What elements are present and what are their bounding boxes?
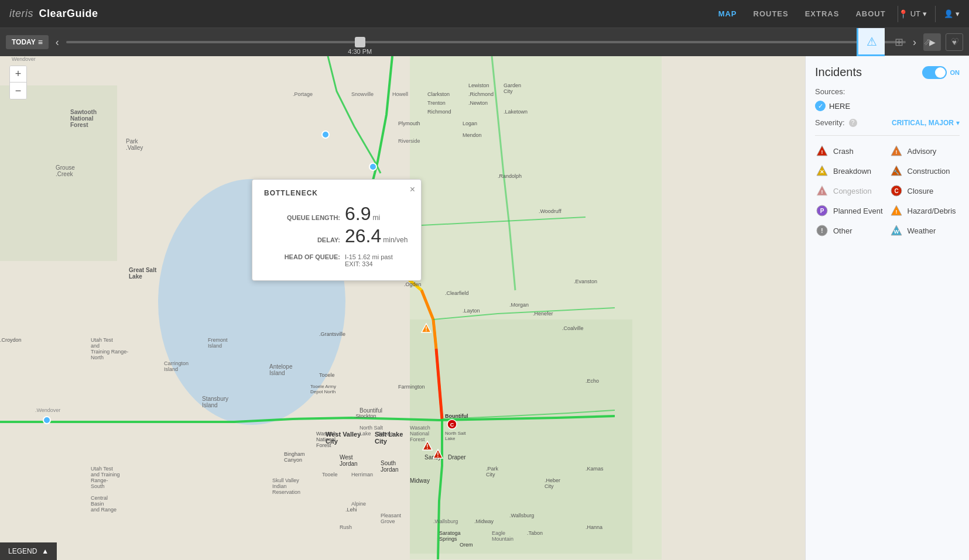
map-label-portage: .Portage bbox=[293, 91, 313, 97]
map-label-skull-valley: Skull ValleyIndianReservation bbox=[272, 477, 300, 495]
incident-marker-construction[interactable]: ! bbox=[420, 322, 432, 336]
legend-bar[interactable]: LEGEND ▲ bbox=[0, 542, 57, 560]
map-label-hanna: .Hanna bbox=[585, 524, 602, 530]
map-label-kamas: .Kamas bbox=[585, 466, 604, 472]
map-label-bountiful2: Bountiful bbox=[445, 413, 468, 419]
map-label-grantsville: .Grantsville bbox=[319, 331, 345, 337]
map-label-saratoga: SaratogaSprings bbox=[439, 530, 461, 542]
nav-routes[interactable]: ROUTES bbox=[754, 9, 789, 18]
map-label-tooele-army: Tooele ArmyDepot North bbox=[310, 384, 336, 394]
route-waypoint-1[interactable] bbox=[321, 130, 330, 139]
svg-text:W: W bbox=[893, 229, 899, 235]
panel-header: Incidents ON bbox=[815, 66, 960, 79]
svg-text:P: P bbox=[820, 208, 824, 214]
incident-congestion[interactable]: ! Congestion bbox=[815, 184, 886, 198]
here-name: HERE bbox=[829, 102, 850, 111]
severity-value[interactable]: CRITICAL, MAJOR bbox=[892, 119, 954, 127]
zoom-in-button[interactable]: + bbox=[10, 66, 26, 83]
map-label-pleasant-grove: PleasantGrove bbox=[381, 513, 401, 524]
tab-incidents[interactable]: ⚠ bbox=[857, 28, 885, 56]
incident-other[interactable]: ! Other bbox=[815, 224, 886, 238]
map-area[interactable]: SawtoothNationalForest Park.Valley Grous… bbox=[0, 56, 805, 560]
svg-text:C: C bbox=[450, 422, 454, 428]
warning-icon: ⚠ bbox=[867, 35, 877, 49]
map-label-howell: Howell bbox=[392, 91, 408, 97]
user-menu[interactable]: 👤 ▾ bbox=[944, 9, 960, 18]
timeline-slider-wrap: 4:30 PM bbox=[66, 36, 906, 48]
incident-weather[interactable]: W Weather bbox=[889, 224, 960, 238]
map-label-ogden: .Ogden bbox=[404, 281, 422, 287]
map-label-tabon: .Tabon bbox=[527, 530, 543, 536]
today-button[interactable]: TODAY ≡ bbox=[6, 35, 49, 49]
incident-breakdown[interactable]: ✕ Breakdown bbox=[815, 164, 886, 178]
route-waypoint-2[interactable] bbox=[369, 163, 377, 171]
map-label-wallsburg2: .Wallsburg bbox=[509, 513, 534, 518]
map-label-rush: Rush bbox=[340, 524, 352, 530]
map-label-wasatch-south: WasatchNationalForest bbox=[316, 431, 337, 448]
map-zoom-controls: + − bbox=[9, 66, 27, 99]
map-label-wendover: Wendover bbox=[12, 56, 36, 62]
queue-unit: mi bbox=[372, 214, 380, 222]
svg-text:!: ! bbox=[821, 189, 823, 195]
incident-crash[interactable]: ! Crash bbox=[815, 144, 886, 158]
svg-text:!: ! bbox=[437, 452, 439, 458]
incident-advisory[interactable]: ! Advisory bbox=[889, 144, 960, 158]
popup-close-button[interactable]: × bbox=[410, 184, 415, 195]
map-label-clearfield: .Clearfield bbox=[445, 290, 469, 296]
zoom-out-button[interactable]: − bbox=[10, 83, 26, 99]
map-label-wallsburg: .Wallsburg bbox=[433, 518, 458, 524]
head-of-queue-row: HEAD OF QUEUE: I-15 1.62 mi past EXIT: 3… bbox=[264, 249, 409, 267]
map-label-alpine: Alpine bbox=[351, 501, 366, 507]
queue-row: QUEUE LENGTH: 6.9 mi bbox=[264, 204, 409, 223]
bottleneck-popup: × BOTTLENECK QUEUE LENGTH: 6.9 mi DELAY:… bbox=[252, 179, 422, 281]
delay-label: DELAY: bbox=[264, 236, 340, 243]
tab-share[interactable]: ⇗ bbox=[913, 28, 941, 56]
incident-hazard-debris[interactable]: ! Hazard/Debris bbox=[889, 204, 960, 218]
map-label-wendover2: .Wendover bbox=[35, 407, 60, 413]
region-selector[interactable]: 📍 UT ▾ bbox=[898, 9, 927, 19]
queue-value: 6.9 bbox=[345, 204, 371, 223]
delay-row: DELAY: 26.4 min/veh bbox=[264, 226, 409, 245]
map-label-utah-test-south: Utah Testand TrainingRange-South bbox=[91, 466, 120, 489]
nav-about[interactable]: ABOUT bbox=[855, 9, 885, 18]
route-waypoint-wendover[interactable] bbox=[43, 416, 51, 424]
incident-planned-event[interactable]: P Planned Event bbox=[815, 204, 886, 218]
advisory-icon: ! bbox=[889, 144, 903, 158]
incident-closure[interactable]: C Closure bbox=[889, 184, 960, 198]
svg-text:✕: ✕ bbox=[820, 169, 824, 175]
incident-construction[interactable]: 🔧 Construction bbox=[889, 164, 960, 178]
incident-marker-crash[interactable]: ! bbox=[422, 440, 433, 454]
incident-marker-crash-2[interactable]: ! bbox=[432, 448, 444, 462]
here-check[interactable]: ✓ bbox=[815, 101, 826, 111]
map-label-lehi: .Lehi bbox=[345, 507, 357, 513]
map-label-lewiston: Lewiston bbox=[468, 83, 489, 88]
map-label-clarkston: Clarkston bbox=[427, 91, 450, 97]
svg-text:!: ! bbox=[426, 444, 428, 450]
map-label-bingham-canyon: BinghamCanyon bbox=[284, 451, 305, 463]
map-label-layton: .Layton bbox=[463, 308, 480, 314]
map-label-woodruff: .Woodruff bbox=[539, 208, 561, 214]
incident-marker-red-circle[interactable]: C bbox=[447, 419, 457, 432]
breakdown-icon: ✕ bbox=[815, 164, 829, 178]
incidents-toggle[interactable] bbox=[922, 66, 947, 79]
map-label-fremont-island: FremontIsland bbox=[208, 337, 228, 349]
tab-layers[interactable]: ⊞ bbox=[885, 28, 913, 56]
panel-title: Incidents bbox=[815, 66, 862, 79]
map-label-sawtooth: SawtoothNationalForest bbox=[70, 109, 97, 128]
construction-icon: 🔧 bbox=[889, 164, 903, 178]
map-label-carrington: CarringtonIsland bbox=[164, 360, 189, 372]
map-label-morgan: .Morgan bbox=[509, 302, 529, 308]
incident-types-grid: ! Crash ! Advisory bbox=[815, 144, 960, 238]
timeline-thumb[interactable] bbox=[355, 37, 365, 47]
weather-label: Weather bbox=[908, 226, 936, 235]
delay-unit: min/veh bbox=[383, 236, 408, 244]
chevron-down-icon-severity: ▾ bbox=[956, 119, 960, 127]
nav-extras[interactable]: EXTRAS bbox=[805, 9, 840, 18]
tab-favorites[interactable]: ♡ bbox=[941, 28, 969, 56]
heart-tab-icon: ♡ bbox=[951, 36, 959, 47]
right-panel: Incidents ON Sources: ✓ HERE Severity: ?… bbox=[805, 56, 969, 560]
severity-help-icon[interactable]: ? bbox=[849, 119, 857, 127]
timeline-back-button[interactable]: ‹ bbox=[53, 36, 61, 49]
nav-map[interactable]: MAP bbox=[718, 9, 737, 18]
map-label-utah-test: Utah TestandTraining Range-North bbox=[91, 337, 128, 360]
